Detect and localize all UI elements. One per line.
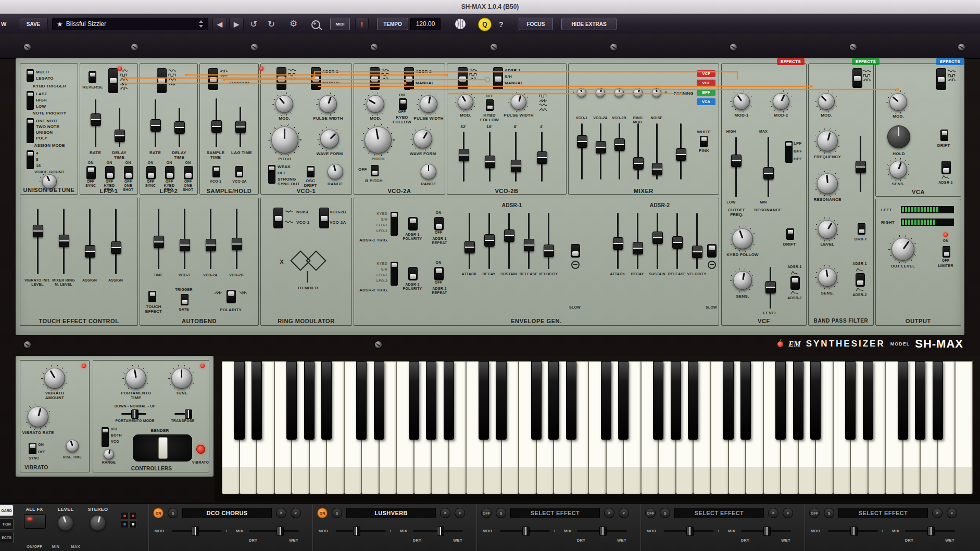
piano-black-key[interactable] <box>356 361 367 440</box>
piano-white-key[interactable] <box>955 361 973 494</box>
adsr2-slow-switch[interactable] <box>707 244 717 258</box>
vco1-wave-form-knob[interactable] <box>320 130 339 148</box>
vco2b-mod-knob[interactable] <box>458 94 473 110</box>
vco2b-32ft-slider[interactable] <box>458 131 469 183</box>
vco2a-pitch-knob[interactable] <box>365 126 392 153</box>
piano-black-key[interactable] <box>496 361 506 440</box>
vco2a-wave-form-knob[interactable] <box>413 130 432 148</box>
vco2a-kybd-follow-switch[interactable] <box>399 98 407 110</box>
mixer-vco2a-slider[interactable] <box>595 122 606 181</box>
fx2-solo-button[interactable]: S <box>332 508 342 518</box>
piano-black-key[interactable] <box>374 361 384 440</box>
vco2b-16ft-slider[interactable] <box>484 131 495 183</box>
piano-black-key[interactable] <box>566 361 576 440</box>
limiter-switch[interactable] <box>943 246 950 258</box>
vibrato-amount-knob[interactable] <box>44 368 65 389</box>
piano-black-key[interactable] <box>548 361 559 440</box>
gear-icon[interactable]: ⚙ <box>290 19 297 28</box>
lfo2-sync-switch[interactable] <box>146 166 156 180</box>
mixer-vco1-slider[interactable] <box>576 122 587 181</box>
routing-tag-bpf[interactable]: BPF <box>697 89 715 96</box>
vco1-osc-drift-switch[interactable] <box>307 166 315 177</box>
piano-black-key[interactable] <box>740 361 751 440</box>
piano-black-key[interactable] <box>321 361 332 440</box>
bpf-level-knob[interactable] <box>818 220 837 239</box>
lfo1-reverse-switch[interactable] <box>89 71 96 83</box>
fx-matrix-cell[interactable] <box>129 520 137 528</box>
fx5-power-button[interactable]: OFF <box>809 508 820 518</box>
vco2b-4ft-slider[interactable] <box>536 131 547 183</box>
preset-spinner[interactable] <box>198 20 204 28</box>
fx1-mod-slider[interactable] <box>171 527 223 535</box>
kybd-trigger-switch[interactable] <box>27 69 34 82</box>
vibrato-rate-knob[interactable] <box>28 406 48 427</box>
fx5-mix-slider[interactable] <box>904 527 956 535</box>
fx1-close-button[interactable]: ✕ <box>276 508 286 518</box>
vco2b-mod-wave-selector[interactable] <box>458 67 468 90</box>
fx3-solo-button[interactable]: S <box>496 508 506 518</box>
rise-time-knob[interactable] <box>66 440 79 452</box>
mixer-pan-vco2a-knob[interactable] <box>596 88 605 97</box>
vca-hold-knob[interactable] <box>887 125 910 148</box>
lfo2-wave-selector[interactable] <box>157 68 167 93</box>
fx1-power-button[interactable]: ON <box>153 508 164 518</box>
vco2a-b-pitch-switch[interactable] <box>371 165 379 176</box>
lfo1-kybd-trig-switch[interactable] <box>105 166 115 180</box>
vco1-range-knob[interactable] <box>328 164 343 180</box>
warning-icon[interactable]: ! <box>355 18 369 30</box>
bender-target-switch[interactable] <box>102 427 109 447</box>
vcf-resonance-slider[interactable] <box>762 136 774 198</box>
bender-lever[interactable] <box>158 437 168 459</box>
fx4-name[interactable]: SELECT EFFECT <box>674 508 764 518</box>
portamento-time-knob[interactable] <box>125 368 146 389</box>
adsr2-attack-slider[interactable] <box>612 212 623 270</box>
piano-black-key[interactable] <box>479 361 489 440</box>
fx3-mod-slider[interactable] <box>499 527 551 535</box>
tempo-button[interactable]: TEMPO <box>377 18 408 30</box>
vca-adsr2-switch[interactable] <box>941 161 951 174</box>
fx5-close-button[interactable]: ✕ <box>932 508 943 518</box>
lfo2-one-shot-switch[interactable] <box>184 166 193 180</box>
piano-black-key[interactable] <box>653 361 663 440</box>
mixer-pan-vco2b-knob[interactable] <box>614 88 624 97</box>
vcf-kybd-follow-knob[interactable] <box>732 228 753 249</box>
lfo2-kybd-trig-switch[interactable] <box>165 166 174 180</box>
lfo1-wave-selector[interactable] <box>108 68 118 93</box>
autobend-vco2a-slider[interactable] <box>205 208 216 270</box>
vibrato-button[interactable] <box>196 445 205 454</box>
star-icon[interactable]: ★ <box>57 21 63 28</box>
piano-black-key[interactable] <box>915 361 925 440</box>
adsr1-polarity-switch[interactable] <box>408 217 418 230</box>
adsr2-polarity-switch[interactable] <box>408 267 418 280</box>
touch-assign2-slider[interactable] <box>110 208 121 275</box>
vcf-sens-knob[interactable] <box>733 271 752 290</box>
fx-matrix-cell[interactable] <box>121 512 129 520</box>
fx4-open-button[interactable]: ▼ <box>783 508 793 518</box>
fx5-open-button[interactable]: ▼ <box>947 508 957 518</box>
bpf-adsr-select-switch[interactable] <box>856 273 865 287</box>
touch-mixer-slider[interactable] <box>58 208 69 275</box>
piano-black-key[interactable] <box>688 361 698 440</box>
piano-black-key[interactable] <box>426 361 436 440</box>
piano-black-key[interactable] <box>810 361 821 440</box>
all-fx-button[interactable] <box>24 514 46 529</box>
tab-keyboard[interactable]: OARD <box>0 505 14 516</box>
piano-black-key[interactable] <box>863 361 873 440</box>
routing-tag-vca[interactable]: VCA <box>697 98 715 105</box>
vco1-sync-switch[interactable] <box>268 165 275 184</box>
piano-black-key[interactable] <box>671 361 681 440</box>
adsr2-repeat-switch[interactable] <box>434 267 444 280</box>
autobend-touch-effect-switch[interactable] <box>148 291 156 302</box>
portamento-mode-switch[interactable] <box>120 409 147 418</box>
mixer-pan-noise-knob[interactable] <box>652 88 661 97</box>
adsr1-release-slider[interactable] <box>523 212 534 270</box>
fx2-mod-slider[interactable] <box>335 527 387 535</box>
piano-black-key[interactable] <box>793 361 803 440</box>
fx5-mod-slider[interactable] <box>827 527 879 535</box>
assign-mode-switch[interactable] <box>27 118 34 143</box>
adsr2-decay-slider[interactable] <box>632 212 643 270</box>
mixer-noise-color-switch[interactable] <box>700 136 708 147</box>
prev-preset-button[interactable]: ◀ <box>212 18 227 30</box>
save-button[interactable]: SAVE <box>19 18 48 30</box>
vco1-pitch-knob[interactable] <box>271 126 298 153</box>
